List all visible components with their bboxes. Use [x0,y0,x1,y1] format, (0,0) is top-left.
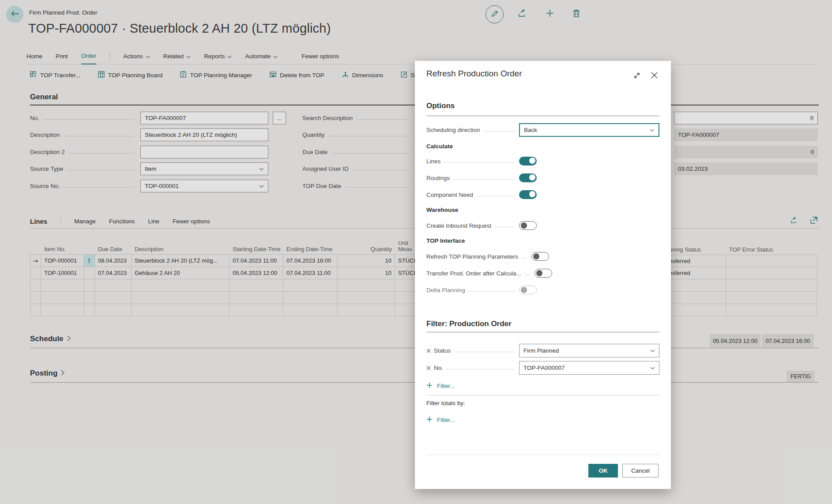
dotted-leader [454,177,515,180]
resize-diagonal-icon [633,72,640,81]
chevron-down-icon [650,347,655,354]
toggle-label: Refresh TOP Planning Parameters [426,253,518,260]
toggle-row: Delta Planning [426,285,659,295]
chevron-down-icon [650,365,655,371]
chevron-down-icon [650,127,655,133]
refresh-top-planning-parameters-toggle[interactable] [531,252,549,261]
filter-label: No. [434,365,443,371]
dialog-title: Refresh Production Order [426,69,522,79]
calculate-group-heading: Calculate [426,143,453,150]
options-heading: Options [426,102,455,110]
toggle-knob [533,253,539,260]
add-filter-label: Filter... [437,417,455,423]
add-filter-button[interactable]: Filter... [426,382,455,390]
filter-row-no: No. TOP-FA000007 [426,361,659,375]
select-value: TOP-FA000007 [523,365,565,371]
options-underline [426,116,659,116]
refresh-production-order-dialog: Refresh Production Order Options Schedul… [415,61,671,489]
delta-planning-toggle [519,286,537,294]
dotted-leader [525,272,531,275]
ok-button[interactable]: OK [588,464,618,478]
dotted-leader [495,224,515,227]
top-interface-group-heading: TOP Interface [426,237,465,244]
scheduling-direction-row: Scheduling direction Back [426,123,659,137]
toggle-knob [529,174,535,181]
toggle-knob [521,287,527,293]
toggle-row: Component Need [426,190,659,199]
toggle-row: Transfer Prod. Order after Calcula... [426,268,659,278]
toggle-row: Refresh TOP Planning Parameters [426,252,659,261]
toggle-label: Routings [426,175,450,181]
toggle-knob [536,270,542,276]
toggle-knob [529,191,535,197]
expand-dialog-button[interactable] [632,71,642,81]
remove-filter-icon[interactable] [426,349,431,353]
dotted-leader [444,160,515,163]
close-dialog-button[interactable] [649,71,659,81]
routings-toggle[interactable] [519,173,537,182]
toggle-label: Transfer Prod. Order after Calcula... [426,270,521,277]
filter-row-status: Status Firm Planned [426,344,659,357]
add-filter-label: Filter... [437,383,455,389]
dotted-leader [477,193,515,196]
scheduling-direction-select[interactable]: Back [519,123,659,137]
plus-icon [426,416,433,424]
toggle-label: Create Inbound Request [426,222,491,229]
toggle-label: Delta Planning [426,287,465,293]
no-filter-select[interactable]: TOP-FA000007 [519,361,659,375]
field-label: Scheduling direction [426,127,480,133]
toggle-row: Routings [426,173,659,183]
dotted-leader [484,128,515,132]
footer-divider [426,455,659,455]
toggle-row: Create Inbound Request [426,221,659,230]
select-value: Firm Planned [523,347,559,354]
plus-icon [426,382,433,390]
warehouse-group-heading: Warehouse [426,207,458,213]
component-need-toggle[interactable] [519,190,537,199]
status-filter-select[interactable]: Firm Planned [519,344,659,357]
filter-divider [426,395,659,395]
toggle-label: Component Need [426,192,473,198]
transfer-prod-order-toggle[interactable] [535,269,552,278]
toggle-knob [529,158,535,164]
filter-underline [426,332,659,332]
toggle-label: Lines [426,158,440,165]
add-totals-filter-button[interactable]: Filter... [426,416,455,424]
select-value: Back [524,127,537,133]
dotted-leader [469,289,515,292]
filter-label: Status [434,347,451,354]
remove-filter-icon[interactable] [426,366,431,370]
dotted-leader [447,366,515,369]
close-icon [651,72,658,80]
lines-toggle[interactable] [519,157,537,165]
filter-heading: Filter: Production Order [426,320,512,328]
dotted-leader [522,255,527,258]
filter-totals-heading: Filter totals by: [426,400,465,406]
create-inbound-request-toggle[interactable] [519,221,537,230]
toggle-knob [521,222,527,229]
cancel-button[interactable]: Cancel [622,464,659,478]
dotted-leader [455,349,515,352]
toggle-row: Lines [426,156,659,166]
